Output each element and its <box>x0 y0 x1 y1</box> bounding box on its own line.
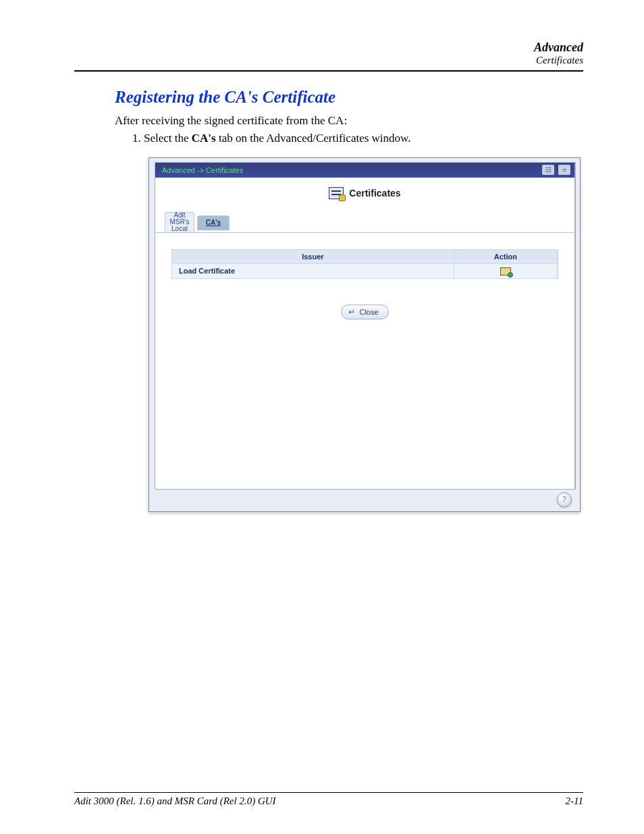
tab-strip: Adit MSR's Local CA's <box>155 209 574 233</box>
certificates-icon <box>329 187 344 199</box>
app-window: Advanced -> Certificates ☷ ≡ Certificate… <box>149 157 581 512</box>
footer-rule <box>74 792 583 793</box>
help-icon[interactable]: ? <box>557 492 572 507</box>
window-footer: ? <box>153 491 576 509</box>
sitemap-icon[interactable]: ☷ <box>542 165 554 175</box>
app-window-inner: Advanced -> Certificates ☷ ≡ Certificate… <box>155 162 576 490</box>
footer-row: Adit 3000 (Rel. 1.6) and MSR Card (Rel 2… <box>74 796 583 807</box>
close-button[interactable]: ↵ Close <box>341 305 388 319</box>
intro-text: After receiving the signed certificate f… <box>115 113 583 129</box>
step-text-before: Select the <box>144 132 192 145</box>
cell-action <box>454 264 558 278</box>
running-header-line1: Advanced <box>74 41 583 55</box>
footer-right: 2-11 <box>566 796 583 807</box>
table-row: Load Certificate <box>172 263 558 278</box>
enter-arrow-icon: ↵ <box>348 307 355 317</box>
step-number: 1. <box>132 132 141 145</box>
running-header: Advanced Certificates <box>74 41 583 66</box>
titlebar-icons: ☷ ≡ <box>542 165 570 175</box>
section-title: Registering the CA's Certificate <box>115 88 583 107</box>
tab-cas[interactable]: CA's <box>197 215 230 230</box>
col-header-issuer: Issuer <box>172 250 454 263</box>
panel-title-text: Certificates <box>349 188 400 199</box>
list-icon[interactable]: ≡ <box>558 165 570 175</box>
panel-title-row: Certificates <box>155 178 574 209</box>
document-page: Advanced Certificates Registering the CA… <box>0 0 644 834</box>
page-footer: Adit 3000 (Rel. 1.6) and MSR Card (Rel 2… <box>74 792 583 807</box>
running-header-line2: Certificates <box>74 55 583 66</box>
step-1: 1. Select the CA's tab on the Advanced/C… <box>132 132 583 145</box>
breadcrumb: Advanced -> Certificates <box>162 166 243 174</box>
col-header-action: Action <box>454 250 558 263</box>
close-button-row: ↵ Close <box>155 279 574 319</box>
footer-left: Adit 3000 (Rel. 1.6) and MSR Card (Rel 2… <box>74 796 276 807</box>
step-text-bold: CA's <box>192 132 216 145</box>
header-rule <box>74 70 583 72</box>
cell-issuer[interactable]: Load Certificate <box>172 264 454 278</box>
close-button-label: Close <box>359 308 378 316</box>
certificates-table: Issuer Action Load Certificate <box>171 249 558 279</box>
step-text-after: tab on the Advanced/Certificates window. <box>216 132 411 145</box>
table-header-row: Issuer Action <box>172 250 558 263</box>
window-titlebar: Advanced -> Certificates ☷ ≡ <box>155 163 574 178</box>
add-certificate-icon[interactable] <box>500 267 511 276</box>
tab-adit-msrs-local[interactable]: Adit MSR's Local <box>165 212 194 232</box>
